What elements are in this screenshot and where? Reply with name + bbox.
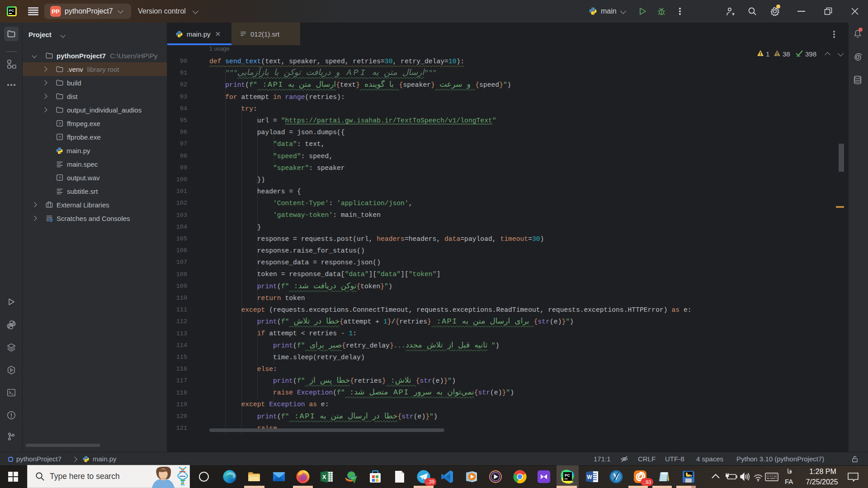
- svg-text:W: W: [587, 474, 592, 480]
- svg-text:?: ?: [58, 122, 61, 126]
- svg-text:X: X: [322, 474, 326, 480]
- svg-text:PC: PC: [565, 473, 570, 478]
- svg-text:?: ?: [58, 135, 61, 140]
- svg-text:?: ?: [58, 176, 61, 180]
